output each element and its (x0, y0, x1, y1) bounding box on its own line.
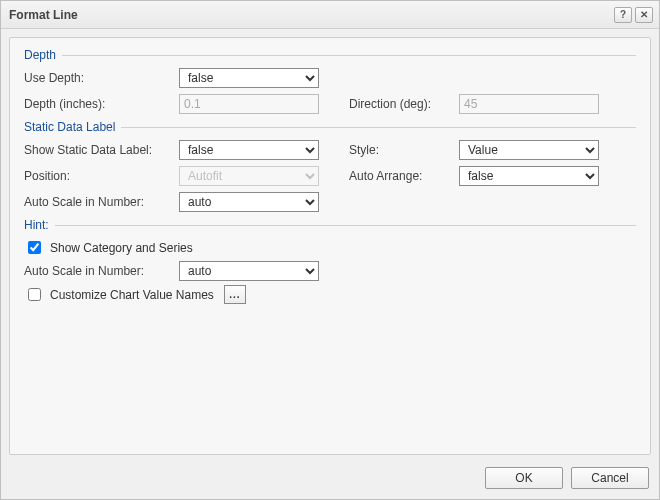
dialog-body: Depth Use Depth: false Depth (inches): D… (1, 29, 659, 463)
ellipsis-icon: ... (229, 289, 240, 300)
panel: Depth Use Depth: false Depth (inches): D… (9, 37, 651, 455)
window-title: Format Line (9, 8, 611, 22)
section-depth-label: Depth (24, 48, 62, 62)
help-icon: ? (620, 9, 626, 20)
divider-icon (121, 127, 636, 128)
cancel-button[interactable]: Cancel (571, 467, 649, 489)
hint-auto-scale-select[interactable]: auto (179, 261, 319, 281)
customize-names-more-button[interactable]: ... (224, 285, 246, 304)
divider-icon (62, 55, 636, 56)
position-select: Autofit (179, 166, 319, 186)
direction-input (459, 94, 599, 114)
auto-arrange-label: Auto Arrange: (349, 169, 459, 183)
ok-button[interactable]: OK (485, 467, 563, 489)
style-select[interactable]: Value (459, 140, 599, 160)
section-static-header: Static Data Label (24, 120, 636, 134)
customize-names-label[interactable]: Customize Chart Value Names (50, 288, 214, 302)
customize-names-row: Customize Chart Value Names ... (24, 285, 636, 304)
show-cat-series-row: Show Category and Series (24, 238, 636, 257)
show-cat-series-label[interactable]: Show Category and Series (50, 241, 193, 255)
section-hint-grid: Auto Scale in Number: auto (24, 261, 636, 281)
section-depth-grid: Use Depth: false Depth (inches): Directi… (24, 68, 636, 114)
show-cat-series-checkbox[interactable] (28, 241, 41, 254)
static-auto-scale-label: Auto Scale in Number: (24, 195, 179, 209)
position-label: Position: (24, 169, 179, 183)
divider-icon (55, 225, 636, 226)
cancel-button-label: Cancel (591, 471, 628, 485)
close-button[interactable]: ✕ (635, 7, 653, 23)
section-hint-header: Hint: (24, 218, 636, 232)
section-static-grid: Show Static Data Label: false Style: Val… (24, 140, 636, 212)
depth-inches-label: Depth (inches): (24, 97, 179, 111)
direction-label: Direction (deg): (349, 97, 459, 111)
section-static-label: Static Data Label (24, 120, 121, 134)
show-static-label: Show Static Data Label: (24, 143, 179, 157)
help-button[interactable]: ? (614, 7, 632, 23)
ok-button-label: OK (515, 471, 532, 485)
customize-names-checkbox[interactable] (28, 288, 41, 301)
auto-arrange-select[interactable]: false (459, 166, 599, 186)
section-depth-header: Depth (24, 48, 636, 62)
footer: OK Cancel (1, 463, 659, 499)
depth-inches-input (179, 94, 319, 114)
dialog: Format Line ? ✕ Depth Use Depth: false D… (0, 0, 660, 500)
close-icon: ✕ (640, 9, 648, 20)
hint-auto-scale-label: Auto Scale in Number: (24, 264, 179, 278)
static-auto-scale-select[interactable]: auto (179, 192, 319, 212)
titlebar: Format Line ? ✕ (1, 1, 659, 29)
use-depth-label: Use Depth: (24, 71, 179, 85)
use-depth-select[interactable]: false (179, 68, 319, 88)
style-label: Style: (349, 143, 459, 157)
show-static-select[interactable]: false (179, 140, 319, 160)
section-hint-label: Hint: (24, 218, 55, 232)
